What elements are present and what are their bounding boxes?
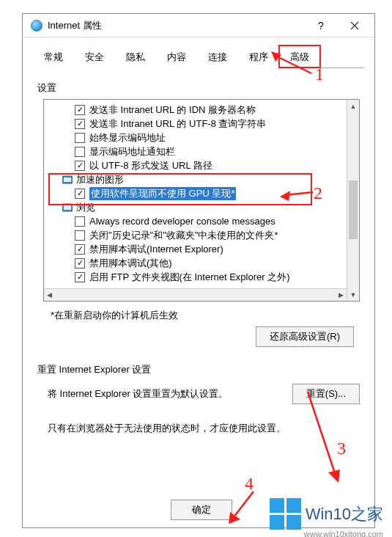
reset-note: 只有在浏览器处于无法使用的状态时，才应使用此设置。 <box>48 422 360 435</box>
annotation-4: 4 <box>245 474 254 494</box>
tree-item-label: 始终显示编码地址 <box>89 131 166 145</box>
checkbox[interactable] <box>75 216 85 227</box>
tab-advanced[interactable]: 高级 <box>279 45 320 68</box>
reset-button[interactable]: 重置(S)... <box>292 384 360 404</box>
checkbox[interactable] <box>75 230 85 241</box>
annotation-3: 3 <box>337 439 346 459</box>
checkbox[interactable] <box>75 147 85 157</box>
tree-item-label: 禁用脚本调试(Internet Explorer) <box>89 243 223 256</box>
tree-item[interactable]: Always record developer console messages <box>48 214 346 228</box>
tree-item[interactable]: 禁用脚本调试(Internet Explorer) <box>48 242 346 256</box>
tab-connections[interactable]: 连接 <box>197 45 238 68</box>
reset-description: 将 Internet Explorer 设置重置为默认设置。 <box>48 387 228 401</box>
globe-icon <box>30 19 43 32</box>
tree-item-label: Always record developer console messages <box>89 216 275 227</box>
tree-category[interactable]: 加速的图形 <box>48 172 346 186</box>
scroll-thumb[interactable] <box>349 180 358 239</box>
checkbox[interactable] <box>75 189 85 199</box>
tree-item-label: 发送非 Intranet URL 的 IDN 服务器名称 <box>89 103 256 117</box>
monitor-icon <box>62 202 73 213</box>
checkbox[interactable] <box>75 244 85 255</box>
checkbox[interactable] <box>75 272 85 282</box>
tree-item-label: 禁用脚本调试(其他) <box>89 257 172 270</box>
watermark-logo: Win10之家 www.win10xitong.com <box>270 498 383 530</box>
tree-item[interactable]: 启用 FTP 文件夹视图(在 Internet Explorer 之外) <box>48 270 346 284</box>
checkbox[interactable] <box>75 133 85 143</box>
tree-item[interactable]: 以 UTF-8 形式发送 URL 路径 <box>48 158 346 172</box>
scroll-left-icon[interactable]: ◀ <box>47 291 52 299</box>
tree-item-label: 启用 FTP 文件夹视图(在 Internet Explorer 之外) <box>89 271 290 284</box>
tab-general[interactable]: 常规 <box>33 45 74 68</box>
horizontal-scrollbar[interactable]: ◀ ▶ <box>44 288 347 301</box>
brand-name: Win10之家 <box>306 503 383 525</box>
tree-item[interactable]: 显示编码地址通知栏 <box>48 145 346 158</box>
tree-item-label: 浏览 <box>76 201 95 214</box>
tree-item-label: 关闭"历史记录"和"收藏夹"中未使用的文件夹* <box>89 229 278 242</box>
settings-group-label: 设置 <box>37 81 360 95</box>
dialog-body: 设置 发送非 Intranet URL 的 IDN 服务器名称发送非 Intra… <box>23 68 374 435</box>
scroll-up-icon[interactable]: ▲ <box>347 100 359 112</box>
tree-item-label: 加速的图形 <box>76 173 124 186</box>
checkbox[interactable] <box>75 258 85 268</box>
tree-item-label: 使用软件呈现而不使用 GPU 呈现* <box>89 187 236 200</box>
tree-category[interactable]: 浏览 <box>48 200 346 214</box>
annotation-1: 1 <box>315 65 324 84</box>
annotation-2: 2 <box>314 183 322 203</box>
tree-item-label: 以 UTF-8 形式发送 URL 路径 <box>89 159 212 172</box>
tree-item[interactable]: 禁用脚本调试(其他) <box>48 256 346 270</box>
close-button[interactable] <box>338 15 371 37</box>
settings-tree: 发送非 Intranet URL 的 IDN 服务器名称发送非 Intranet… <box>43 99 360 302</box>
tab-programs[interactable]: 程序 <box>238 45 279 68</box>
tree-item-label: 发送非 Intranet URL 的 UTF-8 查询字符串 <box>89 117 267 131</box>
tree-item[interactable]: 发送非 Intranet URL 的 UTF-8 查询字符串 <box>48 117 346 131</box>
internet-properties-dialog: Internet 属性 ? 常规 安全 隐私 内容 连接 程序 高级 设置 发送… <box>22 13 375 528</box>
checkbox[interactable] <box>75 119 85 129</box>
tree-item-label: 显示编码地址通知栏 <box>89 145 175 158</box>
checkbox[interactable] <box>75 105 85 115</box>
tab-privacy[interactable]: 隐私 <box>115 45 156 68</box>
scroll-down-icon[interactable]: ▼ <box>347 288 359 301</box>
window-title: Internet 属性 <box>48 19 304 32</box>
restore-defaults-button[interactable]: 还原高级设置(R) <box>256 326 354 347</box>
tree-item[interactable]: 使用软件呈现而不使用 GPU 呈现* <box>48 186 346 200</box>
monitor-icon <box>62 175 73 185</box>
tab-content[interactable]: 内容 <box>156 45 197 68</box>
svg-rect-1 <box>64 178 71 182</box>
windows-icon <box>270 498 301 530</box>
tree-item[interactable]: 始终显示编码地址 <box>48 131 346 145</box>
tree-item[interactable]: 关闭"历史记录"和"收藏夹"中未使用的文件夹* <box>48 228 346 242</box>
brand-url: www.win10xitong.com <box>304 530 383 537</box>
ok-button[interactable]: 确定 <box>171 500 232 520</box>
tree-item[interactable]: 发送非 Intranet URL 的 IDN 服务器名称 <box>48 103 346 117</box>
titlebar: Internet 属性 ? <box>23 14 374 37</box>
svg-rect-3 <box>64 205 71 210</box>
tab-security[interactable]: 安全 <box>74 45 115 68</box>
help-button[interactable]: ? <box>304 15 338 37</box>
restart-note: *在重新启动你的计算机后生效 <box>51 309 360 322</box>
scroll-right-icon[interactable]: ▶ <box>339 291 344 299</box>
reset-section-label: 重置 Internet Explorer 设置 <box>37 363 360 376</box>
vertical-scrollbar[interactable]: ▲ ▼ <box>347 100 359 301</box>
checkbox[interactable] <box>75 161 85 171</box>
